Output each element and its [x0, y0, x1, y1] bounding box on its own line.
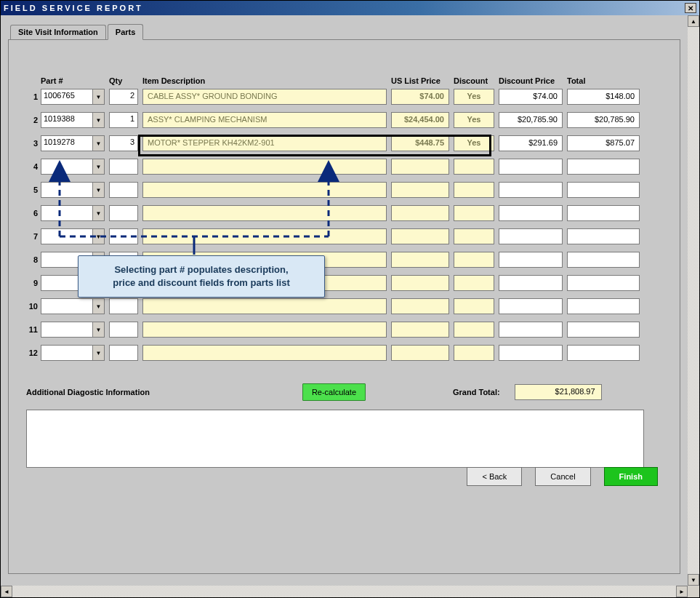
row-number: 4	[26, 162, 41, 171]
part-number-value	[41, 183, 92, 197]
chevron-down-icon[interactable]: ▼	[92, 322, 104, 337]
header-discount: Discount	[454, 76, 494, 85]
total-field	[567, 159, 640, 175]
qty-input[interactable]: 2	[109, 89, 138, 105]
list-price-field	[391, 182, 449, 198]
part-number-value	[41, 229, 92, 244]
discount-price-field	[499, 298, 563, 314]
discount-price-field	[499, 322, 563, 338]
part-row: 4▼	[26, 158, 662, 175]
window: FIELD SERVICE REPORT ✕ ▲ ▼ ◄ ► Site Visi…	[0, 0, 700, 598]
titlebar: FIELD SERVICE REPORT ✕	[1, 1, 699, 15]
discount-field	[454, 345, 494, 361]
qty-input[interactable]: 1	[109, 112, 138, 128]
tab-strip: Site Visit Information Parts	[10, 24, 680, 40]
part-row: 12▼	[26, 344, 662, 362]
part-number-value: 1019278	[41, 136, 92, 151]
discount-price-field	[499, 159, 563, 175]
discount-field	[454, 205, 494, 221]
scroll-left-button[interactable]: ◄	[1, 586, 12, 597]
discount-field	[454, 252, 494, 268]
qty-input[interactable]	[109, 182, 138, 198]
description-field: ASSY* CLAMPING MECHANISM	[142, 112, 387, 128]
part-number-value	[41, 206, 92, 220]
chevron-down-icon[interactable]: ▼	[92, 113, 104, 127]
part-number-value	[41, 346, 92, 360]
part-number-select[interactable]: 1006765▼	[41, 89, 105, 105]
discount-field: Yes	[454, 112, 494, 128]
chevron-down-icon[interactable]: ▼	[92, 206, 104, 220]
discount-field	[454, 275, 494, 291]
recalculate-button[interactable]: Re-calculate	[302, 383, 366, 401]
row-number: 11	[26, 325, 41, 334]
list-price-field: $448.75	[391, 135, 449, 151]
chevron-down-icon[interactable]: ▼	[92, 136, 104, 151]
discount-field	[454, 322, 494, 338]
back-button[interactable]: < Back	[467, 467, 522, 486]
part-number-select[interactable]: ▼	[41, 345, 105, 361]
part-number-select[interactable]: ▼	[41, 228, 105, 244]
finish-button[interactable]: Finish	[604, 467, 658, 486]
tab-parts[interactable]: Parts	[108, 24, 144, 40]
diagnostic-textarea[interactable]	[26, 410, 644, 468]
qty-input[interactable]	[109, 159, 138, 175]
total-field	[567, 275, 640, 291]
scroll-down-button[interactable]: ▼	[688, 574, 699, 586]
part-number-select[interactable]: ▼	[41, 182, 105, 198]
chevron-down-icon[interactable]: ▼	[92, 229, 104, 244]
description-field	[142, 345, 387, 361]
part-row: 10▼	[26, 298, 662, 315]
grand-total-label: Grand Total:	[453, 388, 500, 396]
chevron-down-icon[interactable]: ▼	[92, 159, 104, 174]
list-price-field	[391, 228, 449, 244]
window-title: FIELD SERVICE REPORT	[4, 4, 143, 12]
part-number-select[interactable]: ▼	[41, 322, 105, 338]
header-qty: Qty	[109, 76, 138, 85]
part-number-select[interactable]: ▼	[41, 298, 105, 314]
discount-price-field	[499, 205, 563, 221]
chevron-down-icon[interactable]: ▼	[92, 89, 104, 104]
list-price-field	[391, 275, 449, 291]
qty-input[interactable]	[109, 298, 138, 314]
chevron-down-icon[interactable]: ▼	[92, 299, 104, 314]
part-number-value	[41, 299, 92, 314]
part-number-select[interactable]: 1019388▼	[41, 112, 105, 128]
discount-field	[454, 298, 494, 314]
part-number-select[interactable]: 1019278▼	[41, 135, 105, 151]
tab-panel: Part # Qty Item Description US List Pric…	[8, 39, 680, 574]
description-field	[142, 182, 387, 198]
discount-price-field	[499, 252, 563, 268]
qty-input[interactable]	[109, 322, 138, 338]
total-field	[567, 252, 640, 268]
tab-site-visit[interactable]: Site Visit Information	[10, 25, 106, 41]
qty-input[interactable]	[109, 228, 138, 244]
part-row: 21019388▼1ASSY* CLAMPING MECHANISM$24,45…	[26, 111, 662, 129]
qty-input[interactable]: 3	[109, 135, 138, 151]
scroll-horizontal-track[interactable]	[12, 586, 676, 597]
grand-total-value: $21,808.97	[515, 384, 602, 400]
description-field	[142, 205, 387, 221]
discount-price-field	[499, 275, 563, 291]
part-number-select[interactable]: ▼	[41, 205, 105, 221]
part-number-select[interactable]: ▼	[41, 159, 105, 175]
header-part: Part #	[41, 76, 105, 85]
row-number: 6	[26, 209, 41, 218]
scroll-vertical-track[interactable]	[688, 27, 699, 574]
row-number: 3	[26, 139, 41, 148]
qty-input[interactable]	[109, 345, 138, 361]
qty-input[interactable]	[109, 205, 138, 221]
close-icon[interactable]: ✕	[685, 3, 696, 13]
cancel-button[interactable]: Cancel	[535, 467, 590, 486]
chevron-down-icon[interactable]: ▼	[92, 183, 104, 197]
total-field	[567, 182, 640, 198]
chevron-down-icon[interactable]: ▼	[92, 346, 104, 360]
scroll-up-button[interactable]: ▲	[688, 15, 699, 27]
total-field: $148.00	[567, 89, 640, 105]
row-number: 1	[26, 92, 41, 101]
discount-price-field: $20,785.90	[499, 112, 563, 128]
scroll-right-button[interactable]: ►	[676, 586, 688, 597]
description-field	[142, 228, 387, 244]
total-field	[567, 228, 640, 244]
discount-price-field	[499, 228, 563, 244]
part-row: 6▼	[26, 204, 662, 222]
